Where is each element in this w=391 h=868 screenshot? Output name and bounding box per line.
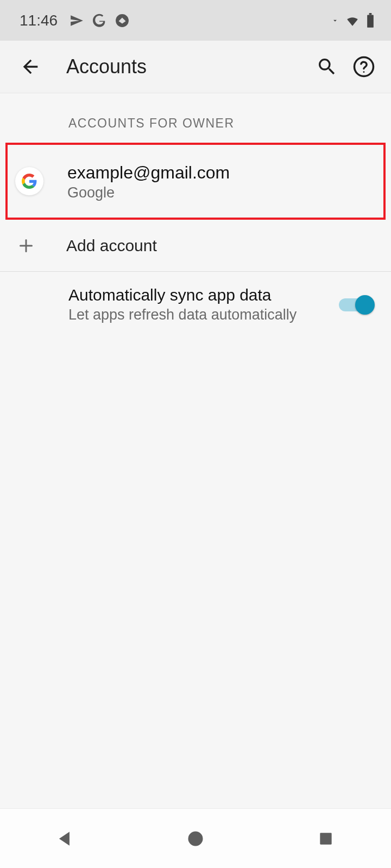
status-right xyxy=(331,13,375,28)
account-item-google[interactable]: example@gmail.com Google xyxy=(8,145,383,218)
search-button[interactable] xyxy=(311,50,343,83)
status-time: 11:46 xyxy=(20,12,58,29)
nav-back-button[interactable] xyxy=(41,814,90,863)
highlighted-account-row: example@gmail.com Google xyxy=(5,143,386,220)
circle-home-icon xyxy=(186,829,205,848)
toggle-thumb xyxy=(355,295,375,315)
section-header-owner: ACCOUNTS FOR OWNER xyxy=(0,93,391,143)
svg-point-5 xyxy=(188,831,203,846)
sync-subtitle: Let apps refresh data automatically xyxy=(68,307,339,323)
svg-point-3 xyxy=(355,58,374,76)
wifi-icon xyxy=(344,14,361,28)
nav-recent-button[interactable] xyxy=(301,814,350,863)
navigation-bar xyxy=(0,808,391,868)
svg-rect-6 xyxy=(320,833,331,844)
status-notification-icons xyxy=(70,14,129,28)
account-texts: example@gmail.com Google xyxy=(67,162,230,201)
google-logo-icon xyxy=(15,167,43,195)
add-account-item[interactable]: Add account xyxy=(0,220,391,272)
plus-icon xyxy=(15,235,37,257)
square-recent-icon xyxy=(317,830,335,847)
content-area: ACCOUNTS FOR OWNER example@gmail.com Goo… xyxy=(0,93,391,337)
arrow-left-icon xyxy=(20,56,41,78)
back-button[interactable] xyxy=(14,50,47,83)
nav-home-button[interactable] xyxy=(171,814,220,863)
dropdown-triangle-icon xyxy=(331,17,339,24)
page-title: Accounts xyxy=(66,55,306,78)
triangle-back-icon xyxy=(55,828,75,849)
account-provider: Google xyxy=(67,184,230,201)
add-account-label: Add account xyxy=(66,237,157,255)
google-g-icon xyxy=(92,14,106,28)
sync-title: Automatically sync app data xyxy=(68,286,339,304)
help-button[interactable] xyxy=(348,50,380,83)
sync-texts: Automatically sync app data Let apps ref… xyxy=(68,286,339,323)
svg-rect-1 xyxy=(367,15,374,27)
svg-point-4 xyxy=(363,71,365,73)
auto-sync-item[interactable]: Automatically sync app data Let apps ref… xyxy=(0,272,391,337)
auto-sync-toggle[interactable] xyxy=(339,294,375,316)
search-icon xyxy=(316,56,338,78)
app-bar: Accounts xyxy=(0,41,391,93)
app-circle-icon xyxy=(115,14,129,28)
svg-rect-2 xyxy=(369,13,372,15)
send-icon xyxy=(70,14,84,28)
status-left: 11:46 xyxy=(20,12,129,29)
status-bar: 11:46 xyxy=(0,0,391,41)
battery-icon xyxy=(366,13,375,28)
account-email: example@gmail.com xyxy=(67,162,230,183)
help-circle-icon xyxy=(352,55,375,78)
